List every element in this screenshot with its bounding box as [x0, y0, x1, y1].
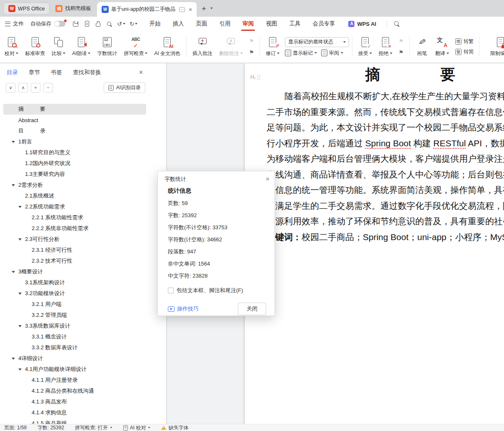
- ribbon-button-translate[interactable]: 文A翻译: [432, 33, 452, 60]
- ribbon-button-proof[interactable]: 校对: [2, 33, 21, 60]
- include-footnotes-checkbox[interactable]: 包括文本框、脚注和尾注(F): [168, 287, 266, 294]
- toc-item[interactable]: 4.1.2 商品分类和在线沟通: [3, 386, 146, 396]
- checkbox-icon[interactable]: [168, 288, 174, 293]
- toc-item[interactable]: 1.1研究目的与意义: [3, 147, 146, 158]
- toc-tool-minus[interactable]: −: [43, 83, 53, 93]
- close-button[interactable]: 关闭: [238, 303, 266, 315]
- simp-to-trad-button[interactable]: 简转繁: [455, 38, 474, 45]
- doc-text-line[interactable]: 行小程序开发，后端通过 Spring Boot 构建 RESTful API，数…: [267, 135, 504, 151]
- toc-item[interactable]: 1.2国内外研究状况: [3, 158, 146, 169]
- ribbon-button-accept[interactable]: ✓接受: [355, 33, 375, 60]
- expand-arrow-icon[interactable]: [18, 206, 25, 208]
- doc-text-line[interactable]: 关键词：校园二手商品；Spring Boot；uni-app；小程序；MySQL: [267, 229, 504, 245]
- toc-item[interactable]: 3.2.2 管理员端: [3, 310, 146, 321]
- doc-text-line[interactable]: 足等问题。为此，本文设计并实现了一个校园二手物品交易系统，采用 uni-ap: [267, 120, 504, 135]
- next-comment-icon[interactable]: ⚑: [247, 49, 256, 56]
- ribbon-button-reject[interactable]: ✕拒绝: [376, 33, 395, 60]
- toc-item[interactable]: 2.2.2 系统非功能性需求: [3, 223, 146, 234]
- toc-item[interactable]: 4.1.5 商品举报: [3, 418, 146, 424]
- menu-view[interactable]: 视图: [266, 20, 277, 28]
- heading-drag-handle[interactable]: H₁: [250, 74, 261, 80]
- expand-arrow-icon[interactable]: [12, 271, 18, 273]
- menu-home[interactable]: 开始: [149, 20, 160, 28]
- file-menu[interactable]: 文件: [5, 20, 24, 28]
- toc-item[interactable]: 2.2.1 系统功能性需求: [3, 212, 146, 223]
- toc-item[interactable]: 1前言: [3, 136, 146, 147]
- toc-item[interactable]: 3.2功能模块设计: [3, 288, 146, 299]
- tab-list-caret[interactable]: [210, 3, 213, 11]
- document-page[interactable]: H₁ 摘 要 随着高校招生规模不断扩大,在校学生产生的大量学习资料和生活用品已二…: [245, 63, 504, 424]
- toc-item[interactable]: 1.3主要研究内容: [3, 169, 146, 180]
- tab-docer[interactable]: 稻找稻壳模板: [51, 3, 96, 15]
- ribbon-button-ai-polish[interactable]: AIAI 全文润色: [151, 33, 183, 60]
- doc-text-line[interactable]: 二手市场的重要来源。然而，传统线下交易模式普遍存在信息传递不畅、交易: [267, 104, 504, 120]
- toc-tool-plus[interactable]: +: [31, 83, 40, 93]
- next-change-icon[interactable]: ⚑: [397, 49, 405, 56]
- expand-arrow-icon[interactable]: [18, 325, 25, 327]
- trad-to-simp-button[interactable]: 繁转简: [455, 48, 474, 55]
- search-icon[interactable]: [393, 20, 400, 27]
- expand-arrow-icon[interactable]: [12, 184, 18, 186]
- menu-insert[interactable]: 插入: [172, 20, 184, 28]
- ribbon-button-restrict[interactable]: 限制编辑: [487, 33, 504, 60]
- toc-item[interactable]: 4.1.1 用户注册登录: [3, 375, 146, 386]
- toc-item[interactable]: 2需求分析: [3, 180, 146, 190]
- expand-arrow-icon[interactable]: [12, 141, 18, 143]
- toc-tool-collapse[interactable]: ∨: [6, 83, 15, 93]
- status-words[interactable]: 字数: 25392: [37, 424, 64, 431]
- toc-item[interactable]: 3.2.1 用户端: [3, 299, 146, 310]
- ribbon-button-compare[interactable]: 比较: [49, 33, 68, 60]
- ai-recognize-toc-button[interactable]: AI识别目录: [104, 82, 145, 93]
- pane-tab-bookmarks[interactable]: 书签: [51, 69, 62, 76]
- toc-item[interactable]: 2.3.2 技术可行性: [3, 256, 146, 266]
- export-icon[interactable]: [83, 20, 90, 28]
- pane-tab-find-replace[interactable]: 查找和替换: [73, 69, 101, 76]
- pane-tab-toc[interactable]: 目录: [7, 69, 18, 76]
- status-page[interactable]: 页面: 1/59: [4, 424, 27, 431]
- tips-link[interactable]: 操作技巧: [168, 305, 199, 313]
- status-missing-font[interactable]: 缺失字体: [161, 424, 188, 431]
- toc-item[interactable]: Abstract: [3, 115, 146, 125]
- expand-arrow-icon[interactable]: [18, 293, 25, 295]
- status-ai-proofread[interactable]: AI 校对: [123, 424, 151, 431]
- doc-text-line[interactable]: 效满足学生的二手交易需求。通过数字化手段优化交易流程，降低了交易成本: [267, 198, 504, 214]
- menu-vip[interactable]: 会员专享: [312, 20, 335, 28]
- toc-item[interactable]: 3.3.1 概念设计: [3, 331, 146, 342]
- toc-item[interactable]: 2.3可行性分析: [3, 234, 146, 245]
- pane-tab-chapters[interactable]: 章节: [29, 69, 40, 76]
- tab-close-icon[interactable]: ×: [189, 7, 192, 13]
- redo-icon[interactable]: ↻: [130, 21, 138, 27]
- expand-arrow-icon[interactable]: [18, 368, 25, 371]
- toc-item[interactable]: 3.3.2 数据库表设计: [3, 342, 146, 353]
- toc-item[interactable]: 2.2系统功能需求: [3, 201, 146, 212]
- expand-arrow-icon[interactable]: [12, 358, 18, 360]
- ribbon-button-revise[interactable]: ✎修订: [263, 33, 282, 60]
- menu-tools[interactable]: 工具: [289, 20, 300, 28]
- toc-item[interactable]: 4详细设计: [3, 353, 146, 364]
- menu-page[interactable]: 页面: [196, 20, 207, 28]
- doc-text-line[interactable]: 报信息的统一管理等功能。系统界面简洁美观，操作简单，具有良好的扩展性: [267, 182, 504, 198]
- tab-doc[interactable]: W基于uni-app的校园二手物品×: [97, 2, 197, 17]
- doc-text-line[interactable]: 为移动端客户端和后台管理俩大模块，客户端提供用户登录注册、商品浏览、发: [267, 151, 504, 167]
- pane-close-icon[interactable]: ×: [139, 69, 143, 76]
- ribbon-small-show-marks[interactable]: 显示标记: [285, 50, 317, 57]
- new-tab-button[interactable]: +: [202, 5, 206, 13]
- undo-icon[interactable]: ↺: [117, 21, 125, 27]
- menu-reference[interactable]: 引用: [219, 20, 230, 28]
- toc-item[interactable]: 3概要设计: [3, 266, 146, 277]
- status-spellcheck[interactable]: 拼写检查: 打开: [75, 424, 112, 431]
- tab-wps[interactable]: WWPS Office: [3, 3, 50, 15]
- ribbon-button-word-count[interactable]: 12字数统计: [94, 33, 120, 60]
- doc-text-line[interactable]: 资源利用效率，推动了环保和节约意识的普及，具有重要的社会意义和推广价: [267, 213, 504, 229]
- toc-item[interactable]: 2.3.1 经济可行性: [3, 245, 146, 256]
- expand-arrow-icon[interactable]: [18, 238, 25, 241]
- menu-review[interactable]: 审阅: [242, 20, 254, 28]
- toc-tool-expand[interactable]: ∧: [18, 83, 28, 93]
- print-icon[interactable]: [95, 20, 102, 28]
- print-preview-icon[interactable]: [106, 20, 113, 28]
- ribbon-button-standard-check[interactable]: 标准审查: [22, 33, 48, 60]
- toc-item[interactable]: 4.1.3 商品发布: [3, 396, 146, 407]
- toc-item[interactable]: 3.3系统数据库设计: [3, 321, 146, 331]
- ribbon-button-pen[interactable]: ✎画笔: [412, 33, 432, 60]
- toc-item[interactable]: 4.1.4 求购信息: [3, 407, 146, 418]
